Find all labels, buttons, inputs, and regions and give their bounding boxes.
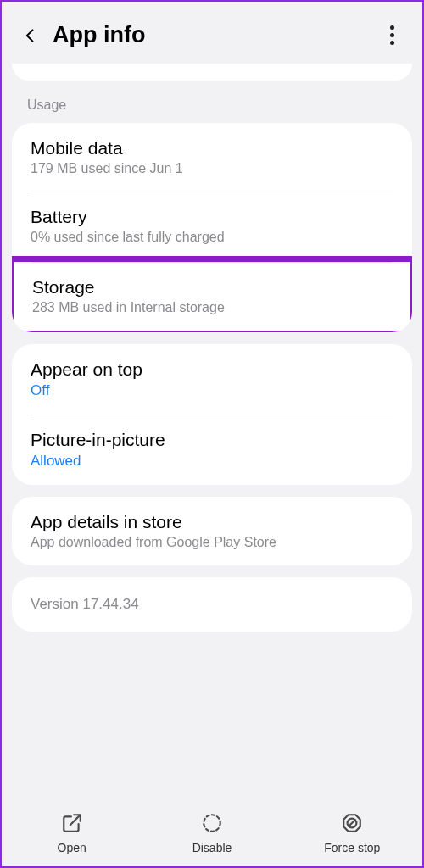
overlay-card: Appear on top Off Picture-in-picture All… <box>12 344 412 485</box>
open-icon <box>61 812 83 834</box>
force-stop-label: Force stop <box>324 841 380 854</box>
appear-on-top-status: Off <box>31 382 393 399</box>
store-card: App details in store App downloaded from… <box>12 497 412 565</box>
content: Usage Mobile data 179 MB used since Jun … <box>2 64 422 805</box>
app-details-row[interactable]: App details in store App downloaded from… <box>12 497 412 565</box>
battery-sub: 0% used since last fully charged <box>31 230 393 245</box>
bottom-bar: Open Disable Force stop <box>2 805 422 866</box>
header-left: App info <box>22 22 145 48</box>
svg-line-4 <box>349 820 356 826</box>
open-label: Open <box>58 841 86 854</box>
mobile-data-sub: 179 MB used since Jun 1 <box>31 161 393 176</box>
battery-title: Battery <box>31 207 393 227</box>
usage-section-label: Usage <box>12 91 412 123</box>
app-details-title: App details in store <box>31 512 393 532</box>
storage-title: Storage <box>32 277 392 298</box>
app-details-sub: App downloaded from Google Play Store <box>31 535 393 550</box>
pip-row[interactable]: Picture-in-picture Allowed <box>12 415 412 485</box>
disable-icon <box>201 812 223 834</box>
version-text: Version 17.44.34 <box>31 596 393 613</box>
appear-on-top-title: Appear on top <box>31 359 393 380</box>
more-options-icon[interactable] <box>382 25 402 46</box>
open-button[interactable]: Open <box>2 812 142 854</box>
app-info-screen: App info Usage Mobile data 179 MB used s… <box>0 0 424 868</box>
storage-row[interactable]: Storage 283 MB used in Internal storage <box>12 256 412 332</box>
pip-status: Allowed <box>31 453 393 470</box>
force-stop-icon <box>341 812 363 834</box>
back-icon[interactable] <box>22 27 39 44</box>
appear-on-top-row[interactable]: Appear on top Off <box>12 344 412 415</box>
disable-button[interactable]: Disable <box>142 812 282 854</box>
svg-point-1 <box>204 815 220 832</box>
header: App info <box>2 2 422 64</box>
pip-title: Picture-in-picture <box>31 430 393 450</box>
storage-sub: 283 MB used in Internal storage <box>32 300 392 315</box>
mobile-data-title: Mobile data <box>31 138 393 159</box>
page-title: App info <box>53 22 145 48</box>
disable-label: Disable <box>192 841 232 854</box>
usage-card: Mobile data 179 MB used since Jun 1 Batt… <box>12 123 412 332</box>
version-card: Version 17.44.34 <box>12 577 412 632</box>
previous-card-sliver <box>12 64 412 81</box>
force-stop-button[interactable]: Force stop <box>282 812 422 854</box>
battery-row[interactable]: Battery 0% used since last fully charged <box>12 192 412 260</box>
mobile-data-row[interactable]: Mobile data 179 MB used since Jun 1 <box>12 123 412 192</box>
